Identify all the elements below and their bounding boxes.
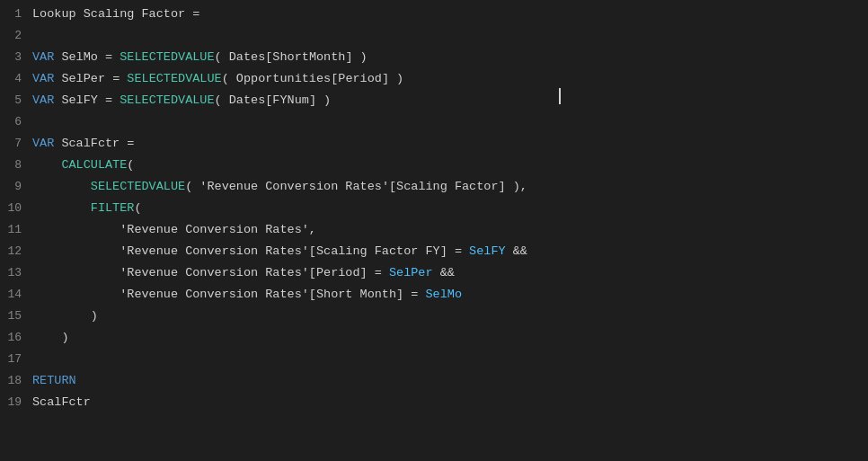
token: SelMo bbox=[425, 288, 462, 301]
line-content: 'Revenue Conversion Rates'[Scaling Facto… bbox=[29, 241, 868, 262]
line-content: VAR SelPer = SELECTEDVALUE( Opportunitie… bbox=[29, 68, 868, 90]
token: Lookup Scaling Factor bbox=[32, 7, 192, 21]
token: SELECTEDVALUE bbox=[112, 93, 214, 107]
code-line: 11 'Revenue Conversion Rates', bbox=[0, 219, 868, 241]
token: = bbox=[192, 7, 199, 21]
token: 'Revenue Conversion Rates'[Scaling Facto… bbox=[32, 244, 469, 258]
token: = bbox=[105, 50, 112, 64]
line-number: 19 bbox=[0, 392, 29, 413]
token: SelMo bbox=[54, 50, 105, 64]
token: ( Opportunities[Period] ) bbox=[222, 72, 404, 85]
code-line: 19ScalFctr bbox=[0, 392, 868, 413]
token: && bbox=[506, 244, 527, 258]
code-line: 16 ) bbox=[0, 327, 868, 349]
line-content bbox=[29, 349, 868, 370]
line-content: Lookup Scaling Factor = bbox=[29, 4, 868, 25]
line-number: 16 bbox=[0, 327, 29, 349]
code-line: 5VAR SelFY = SELECTEDVALUE( Dates[FYNum]… bbox=[0, 90, 868, 111]
token: && bbox=[433, 266, 455, 279]
line-number: 14 bbox=[0, 284, 29, 306]
token: SELECTEDVALUE bbox=[112, 50, 214, 64]
token: VAR bbox=[32, 50, 54, 64]
token: 'Revenue Conversion Rates', bbox=[32, 223, 316, 236]
line-number: 12 bbox=[0, 241, 29, 262]
token: FILTER bbox=[32, 201, 134, 215]
token: SelFY bbox=[54, 93, 105, 107]
token: CALCULATE bbox=[32, 158, 127, 172]
line-number: 17 bbox=[0, 349, 29, 370]
token: ScalFctr bbox=[54, 137, 127, 150]
line-content: CALCULATE( bbox=[29, 155, 868, 176]
line-content: VAR SelMo = SELECTEDVALUE( Dates[ShortMo… bbox=[29, 47, 868, 68]
code-line: 6 bbox=[0, 111, 868, 133]
line-content: 'Revenue Conversion Rates'[Short Month] … bbox=[29, 284, 868, 306]
code-line: 7VAR ScalFctr = bbox=[0, 133, 868, 155]
token: SELECTEDVALUE bbox=[120, 72, 221, 85]
line-content: SELECTEDVALUE( 'Revenue Conversion Rates… bbox=[29, 176, 868, 198]
line-content: 'Revenue Conversion Rates'[Period] = Sel… bbox=[29, 262, 868, 284]
token: ) bbox=[32, 309, 98, 323]
line-number: 13 bbox=[0, 262, 29, 284]
line-content: VAR SelFY = SELECTEDVALUE( Dates[FYNum] … bbox=[29, 90, 868, 111]
token: ( Dates[ShortMonth] ) bbox=[215, 50, 368, 64]
line-number: 6 bbox=[0, 111, 29, 133]
line-content bbox=[29, 111, 868, 133]
token: SelFY bbox=[469, 244, 506, 258]
code-line: 17 bbox=[0, 349, 868, 370]
token: ( bbox=[127, 158, 134, 172]
line-number: 5 bbox=[0, 90, 29, 111]
code-line: 13 'Revenue Conversion Rates'[Period] = … bbox=[0, 262, 868, 284]
line-content: ScalFctr bbox=[29, 392, 868, 413]
line-number: 18 bbox=[0, 370, 29, 392]
line-number: 2 bbox=[0, 25, 29, 47]
line-number: 1 bbox=[0, 4, 29, 25]
token: ScalFctr bbox=[32, 395, 91, 409]
token: = bbox=[127, 137, 134, 150]
code-line: 12 'Revenue Conversion Rates'[Scaling Fa… bbox=[0, 241, 868, 262]
line-number: 15 bbox=[0, 306, 29, 327]
token: ( 'Revenue Conversion Rates'[Scaling Fac… bbox=[185, 180, 527, 193]
token: VAR bbox=[32, 72, 54, 85]
text-cursor bbox=[559, 88, 561, 104]
line-number: 7 bbox=[0, 133, 29, 155]
code-line: 8 CALCULATE( bbox=[0, 155, 868, 176]
token: SelPer bbox=[54, 72, 112, 85]
line-number: 11 bbox=[0, 219, 29, 241]
line-content: ) bbox=[29, 327, 868, 349]
token: ( bbox=[134, 201, 141, 215]
code-line: 9 SELECTEDVALUE( 'Revenue Conversion Rat… bbox=[0, 176, 868, 198]
line-number: 8 bbox=[0, 155, 29, 176]
code-line: 4VAR SelPer = SELECTEDVALUE( Opportuniti… bbox=[0, 68, 868, 90]
token: VAR bbox=[32, 93, 54, 107]
token: SELECTEDVALUE bbox=[32, 180, 185, 193]
token: SelPer bbox=[389, 266, 433, 279]
code-line: 14 'Revenue Conversion Rates'[Short Mont… bbox=[0, 284, 868, 306]
code-line: 2 bbox=[0, 25, 868, 47]
code-editor[interactable]: 1Lookup Scaling Factor =2 3VAR SelMo = S… bbox=[0, 0, 868, 461]
token: ) bbox=[32, 331, 69, 344]
code-line: 18RETURN bbox=[0, 370, 868, 392]
line-number: 4 bbox=[0, 68, 29, 90]
line-number: 9 bbox=[0, 176, 29, 198]
code-line: 10 FILTER( bbox=[0, 198, 868, 219]
token: ( Dates[FYNum] ) bbox=[215, 93, 332, 107]
code-line: 15 ) bbox=[0, 306, 868, 327]
line-content: FILTER( bbox=[29, 198, 868, 219]
token: 'Revenue Conversion Rates'[Period] = bbox=[32, 266, 389, 279]
token: 'Revenue Conversion Rates'[Short Month] … bbox=[32, 288, 425, 301]
line-content bbox=[29, 25, 868, 47]
line-number: 10 bbox=[0, 198, 29, 219]
line-content: ) bbox=[29, 306, 868, 327]
code-line: 3VAR SelMo = SELECTEDVALUE( Dates[ShortM… bbox=[0, 47, 868, 68]
line-number: 3 bbox=[0, 47, 29, 68]
line-content: VAR ScalFctr = bbox=[29, 133, 868, 155]
token: = bbox=[105, 93, 112, 107]
line-content: 'Revenue Conversion Rates', bbox=[29, 219, 868, 241]
token: VAR bbox=[32, 137, 54, 150]
line-content: RETURN bbox=[29, 370, 868, 392]
token: RETURN bbox=[32, 374, 76, 387]
code-line: 1Lookup Scaling Factor = bbox=[0, 4, 868, 25]
